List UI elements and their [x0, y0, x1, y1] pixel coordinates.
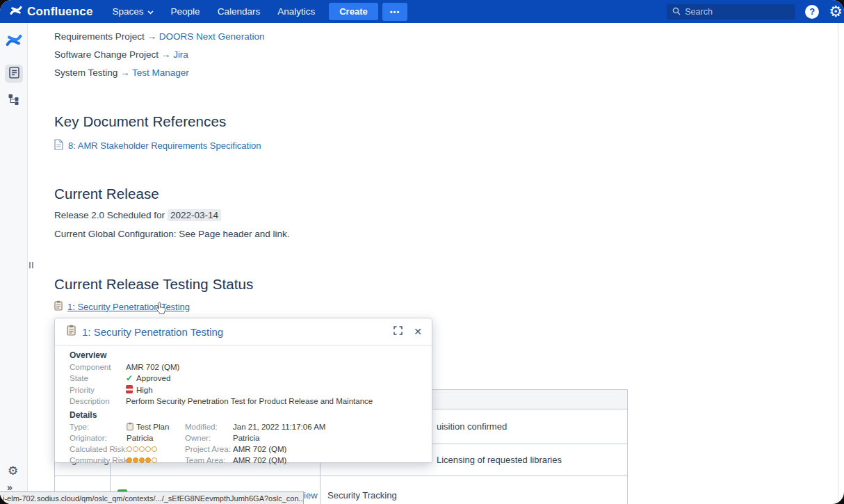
popup-header: 1: Security Penetration Testing ✕: [55, 318, 432, 346]
clipboard-icon: [54, 300, 63, 313]
state-value: Approved: [136, 374, 170, 382]
app-window: Confluence Spaces People Calendars Analy…: [0, 0, 844, 504]
clipboard-icon: [67, 325, 76, 339]
sidebar-settings-gear-icon[interactable]: ⚙: [8, 464, 18, 478]
nav-menu: Spaces People Calendars Analytics: [113, 6, 316, 17]
community-risk-dots: [127, 457, 157, 463]
originator-value: Patricia: [127, 434, 185, 442]
left-sidebar: ⚙ »: [0, 23, 28, 504]
team-area-value: AMR 702 (QM): [233, 456, 286, 464]
overview-heading: Overview: [70, 350, 432, 360]
nav-item-calendars[interactable]: Calendars: [218, 6, 261, 17]
close-icon[interactable]: ✕: [414, 326, 422, 337]
priority-high-icon: [126, 385, 133, 395]
expand-icon[interactable]: [393, 325, 403, 338]
link-jira[interactable]: Jira: [173, 49, 188, 60]
content-right-border: [838, 23, 838, 504]
arrow-glyph: →: [147, 31, 157, 42]
mouse-cursor-pointer: [154, 302, 166, 318]
document-icon: [54, 139, 63, 152]
search-input[interactable]: [685, 7, 782, 17]
sidebar-item-hierarchy[interactable]: [8, 93, 19, 108]
mapping-line: Software Change Project → Jira: [54, 46, 264, 64]
testing-status-link-row: 1: Security Penetration Testing: [54, 300, 190, 313]
create-button[interactable]: Create: [329, 3, 378, 20]
description-value: Perform Security Penetration Test for Pr…: [126, 397, 373, 405]
top-navigation: Confluence Spaces People Calendars Analy…: [0, 0, 844, 23]
owner-value: Patricia: [233, 434, 259, 442]
clipboard-icon: [127, 422, 133, 432]
calculated-risk-dots: [127, 446, 157, 452]
component-value: AMR 702 (QM): [126, 363, 179, 371]
confluence-logo-icon: [10, 4, 22, 19]
link-security-penetration-testing[interactable]: 1: Security Penetration Testing: [67, 302, 190, 312]
approved-check-icon: ✓: [126, 373, 133, 383]
release-date-chip: 2022-03-14: [168, 209, 221, 221]
priority-value: High: [136, 386, 153, 394]
sidebar-item-pages[interactable]: [5, 65, 23, 83]
project-area-value: AMR 702 (QM): [233, 445, 286, 453]
confluence-logo-text: Confluence: [27, 5, 93, 19]
type-value: Test Plan: [136, 423, 169, 431]
settings-gear-icon[interactable]: ⚙: [829, 4, 843, 19]
search-box[interactable]: [667, 4, 795, 19]
nav-item-people[interactable]: People: [171, 6, 200, 17]
link-stakeholder-requirements-spec[interactable]: 8: AMR Stakeholder Requirements Specific…: [68, 140, 261, 151]
popup-title[interactable]: 1: Security Penetration Testing: [82, 326, 393, 338]
confluence-logo[interactable]: Confluence: [10, 4, 93, 19]
tree-icon: [8, 95, 19, 107]
link-doors-next-generation[interactable]: DOORS Next Generation: [159, 31, 265, 42]
table-cell-text: Security Tracking: [320, 476, 627, 504]
link-preview-statusbar: i-elm-702.sodius.cloud/qm/oslc_qm/contex…: [0, 491, 304, 504]
nav-right: ? ⚙: [667, 4, 840, 19]
details-heading: Details: [70, 410, 432, 420]
global-configuration-line: Current Global Configuration: See Page h…: [54, 229, 289, 239]
page-icon: [9, 67, 19, 81]
arrow-glyph: →: [161, 49, 171, 60]
key-document-link-row: 8: AMR Stakeholder Requirements Specific…: [54, 139, 261, 152]
search-icon: [672, 6, 681, 18]
popup-body: Overview Component AMR 702 (QM) State ✓ …: [55, 346, 432, 466]
modified-value: Jan 21, 2022 11:17:06 AM: [233, 423, 325, 431]
mapping-line: System Testing → Test Manager: [54, 64, 264, 82]
heading-key-document-references: Key Document References: [54, 113, 226, 130]
release-schedule-line: Release 2.0 Scheduled for 2022-03-14: [54, 210, 221, 220]
arrow-glyph: →: [120, 67, 130, 78]
chevron-down-icon: [147, 6, 154, 17]
sidebar-confluence-icon[interactable]: [6, 32, 22, 51]
project-mapping-lines: Requirements Project → DOORS Next Genera…: [54, 28, 264, 82]
heading-current-release-testing-status: Current Release Testing Status: [54, 276, 253, 293]
mapping-line: Requirements Project → DOORS Next Genera…: [54, 28, 264, 46]
test-plan-preview-popup: 1: Security Penetration Testing ✕ Overvi…: [54, 318, 432, 463]
nav-item-analytics[interactable]: Analytics: [277, 6, 315, 17]
sidebar-resize-handle[interactable]: [29, 262, 33, 268]
nav-item-spaces[interactable]: Spaces: [113, 6, 154, 17]
heading-current-release: Current Release: [54, 186, 159, 202]
help-icon[interactable]: ?: [805, 5, 819, 19]
link-test-manager[interactable]: Test Manager: [132, 67, 189, 78]
more-button[interactable]: •••: [382, 3, 408, 21]
